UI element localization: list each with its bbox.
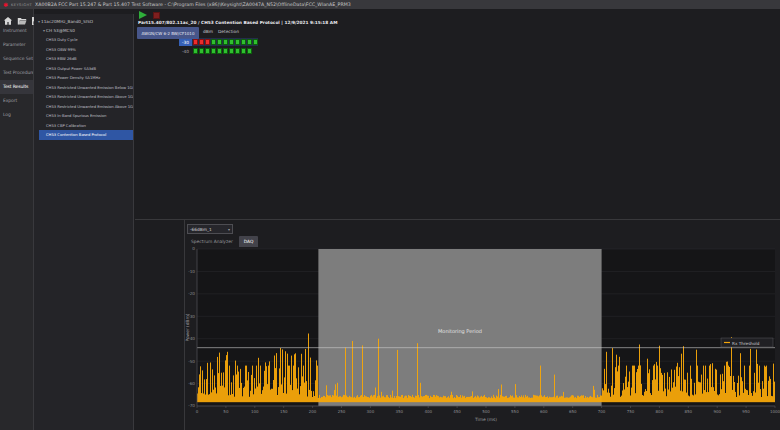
- power-level-label: -30: [179, 39, 192, 46]
- x-tick-label: 400: [424, 409, 432, 414]
- result-trace-dropdown[interactable]: -66dBm_1 ▾: [187, 224, 233, 234]
- x-tick-label: 550: [511, 409, 519, 414]
- tree-item-ch53-in-band-spurious-emission[interactable]: CH53 In-Band Spurious Emission: [39, 111, 133, 121]
- tree-item-ch53-power-density-sa1mhz[interactable]: CH53 Power Density SA1MHz: [39, 73, 133, 83]
- x-tick-label: 500: [482, 409, 490, 414]
- x-tick-label: 450: [453, 409, 461, 414]
- detection-cell-pass: [211, 39, 216, 45]
- detection-cell-fail: [199, 39, 204, 45]
- x-axis-title: Time (ms): [474, 417, 497, 422]
- detection-cell-pass: [241, 39, 246, 45]
- tree-item-ch53-cbp-calibration[interactable]: CH53 CBP Calibration: [39, 121, 133, 131]
- keysight-logo-icon: ✱: [3, 2, 8, 8]
- y-tick-label: -70: [188, 403, 195, 408]
- column-header-detection: Detection: [218, 29, 239, 34]
- monitoring-band-label: Monitoring Period: [438, 328, 482, 335]
- sidebar-item-instrument[interactable]: Instrument: [0, 24, 33, 38]
- detection-cell-pass: [235, 48, 240, 54]
- detection-cell-pass: [247, 48, 252, 54]
- app-window: ✱ KEYSIGHT XA00B2A FCC Part 15.247 & Par…: [0, 0, 780, 430]
- x-tick-label: 700: [598, 409, 606, 414]
- sidebar-item-test-results[interactable]: Test Results: [0, 80, 33, 94]
- sidebar: InstrumentParameterSequence SetupTest Pr…: [0, 24, 33, 122]
- legend-label: Rx Threshold: [732, 341, 760, 346]
- x-tick-label: 200: [309, 409, 317, 414]
- tree-item-ch53-ebw-26db[interactable]: CH53 EBW 26dB: [39, 54, 133, 64]
- detection-cell-pass: [193, 48, 198, 54]
- detection-cell-fail: [193, 39, 198, 45]
- tree-item-ch53-contention-based-protocol[interactable]: CH53 Contention Based Protocol: [39, 130, 133, 140]
- run-test-button[interactable]: [139, 11, 147, 19]
- y-tick-label: -20: [188, 291, 195, 296]
- x-tick-label: 100: [251, 409, 259, 414]
- x-tick-label: 950: [742, 409, 750, 414]
- x-tick-label: 600: [540, 409, 548, 414]
- test-tree-panel: ▾11ac20MHz_Band0_SISO ▾CH 53@MCS0 CH53 D…: [34, 14, 134, 430]
- detection-cell-pass: [235, 39, 240, 45]
- detection-cell-pass: [223, 48, 228, 54]
- tree-item-ch53-duty-cycle[interactable]: CH53 Duty Cycle: [39, 35, 133, 45]
- tab-daq[interactable]: DAQ: [239, 236, 259, 247]
- chevron-down-icon: ▾: [38, 19, 40, 24]
- tree-item-ch53-obw-99[interactable]: CH53 OBW 99%: [39, 45, 133, 55]
- sidebar-item-export[interactable]: Export: [0, 94, 33, 108]
- column-header-dbm: dBm: [203, 29, 213, 34]
- detection-row[interactable]: -40: [179, 47, 252, 55]
- sidebar-item-test-procedure[interactable]: Test Procedure: [0, 66, 33, 80]
- tab-spectrum-analyzer[interactable]: Spectrum Analyzer: [186, 236, 238, 247]
- tree-item-ch53-restricted-unwanted-emission-above-1ghz-av[interactable]: CH53 Restricted Unwanted Emission Above …: [39, 102, 133, 112]
- detection-cell-pass: [241, 48, 246, 54]
- analysis-tabs: Spectrum AnalyzerDAQ: [186, 236, 258, 247]
- daq-power-chart: Monitoring PeriodRx Threshold0-10-20-30-…: [185, 247, 780, 430]
- result-breadcrumb: Part15.407/802.11ac_20 / CH53 Contention…: [138, 20, 337, 25]
- x-tick-label: 750: [627, 409, 635, 414]
- detection-cell-pass: [217, 48, 222, 54]
- x-tick-label: 0: [196, 409, 199, 414]
- panel-divider: [135, 219, 780, 220]
- detection-cell-pass: [205, 48, 210, 54]
- x-tick-label: 850: [684, 409, 692, 414]
- detection-cell-pass: [247, 39, 252, 45]
- window-title: XA00B2A FCC Part 15.247 & Part 15.407 Te…: [35, 2, 351, 7]
- power-level-label: -40: [179, 48, 192, 55]
- y-axis-title: Power (dBm): [185, 313, 190, 341]
- detection-row[interactable]: -30: [179, 38, 258, 46]
- detection-cell-fail: [205, 39, 210, 45]
- detection-cell-pass: [199, 48, 204, 54]
- sidebar-item-parameter[interactable]: Parameter: [0, 38, 33, 52]
- open-file-button[interactable]: [17, 11, 27, 21]
- y-tick-label: 0: [192, 247, 195, 251]
- sidebar-item-sequence-setup[interactable]: Sequence Setup: [0, 52, 33, 66]
- titlebar: ✱ KEYSIGHT XA00B2A FCC Part 15.247 & Par…: [0, 0, 780, 9]
- x-tick-label: 900: [713, 409, 721, 414]
- x-tick-label: 150: [280, 409, 288, 414]
- y-tick-label: -60: [188, 381, 195, 386]
- detection-cell-pass: [229, 48, 234, 54]
- x-tick-label: 800: [656, 409, 664, 414]
- chevron-down-icon: ▾: [228, 227, 230, 232]
- tree-item-ch53-restricted-unwanted-emission-above-1ghz-pk[interactable]: CH53 Restricted Unwanted Emission Above …: [39, 92, 133, 102]
- detection-cell-pass: [211, 48, 216, 54]
- tree-item-ch53-restricted-unwanted-emission-below-1ghz-pk[interactable]: CH53 Restricted Unwanted Emission Below …: [39, 83, 133, 93]
- detection-cell-pass: [223, 39, 228, 45]
- x-tick-label: 350: [395, 409, 403, 414]
- sidebar-item-log[interactable]: Log: [0, 108, 33, 122]
- x-tick-label: 650: [569, 409, 577, 414]
- y-tick-label: -10: [188, 269, 195, 274]
- detection-cell-pass: [229, 39, 234, 45]
- home-button[interactable]: [3, 11, 13, 21]
- x-tick-label: 50: [223, 409, 229, 414]
- result-trace-value: -66dBm_1: [190, 227, 212, 232]
- detection-cell-pass: [253, 39, 258, 45]
- y-tick-label: -50: [188, 359, 195, 364]
- brand-text: KEYSIGHT: [11, 3, 32, 7]
- stop-test-button[interactable]: [153, 12, 160, 19]
- x-tick-label: 300: [367, 409, 375, 414]
- tree-group-label: CH 53@MCS0: [46, 28, 75, 33]
- tree-root-label: 11ac20MHz_Band0_SISO: [41, 19, 93, 24]
- tree-item-ch53-output-power-sa3db[interactable]: CH53 Output Power SA3dB: [39, 64, 133, 74]
- tree-root-node[interactable]: ▾11ac20MHz_Band0_SISO: [34, 17, 133, 26]
- tree-group-node[interactable]: ▾CH 53@MCS0: [34, 26, 133, 35]
- chevron-down-icon: ▾: [43, 28, 45, 33]
- detection-cell-pass: [217, 39, 222, 45]
